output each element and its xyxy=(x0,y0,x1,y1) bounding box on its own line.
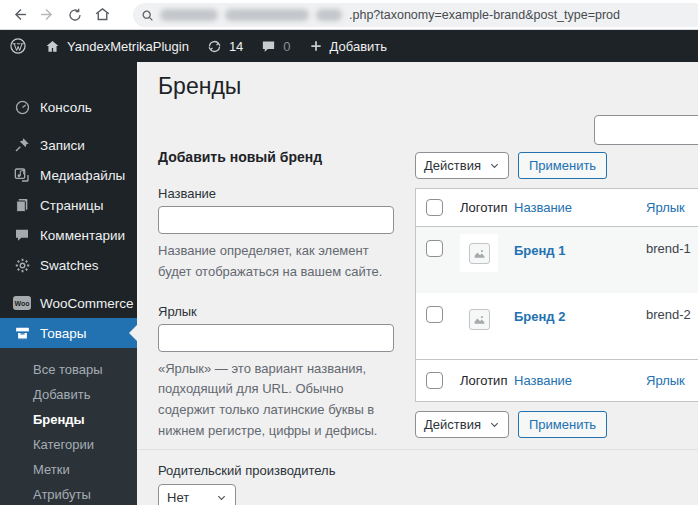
sidebar-separator xyxy=(0,280,137,288)
apply-button[interactable]: Применить xyxy=(518,152,607,179)
sidebar-item-dashboard[interactable]: Консоль xyxy=(0,92,137,122)
brand-slug-cell: brend-2 xyxy=(646,293,698,322)
new-content-menu[interactable]: Добавить xyxy=(300,30,396,62)
back-icon[interactable] xyxy=(11,6,28,23)
column-footer-name[interactable]: Название xyxy=(514,373,646,388)
sidebar-item-woocommerce[interactable]: Woo WooCommerce xyxy=(0,288,137,318)
brands-list: Действия Применить Логотип Название Ярлы… xyxy=(415,152,698,438)
sidebar-item-label: Страницы xyxy=(40,198,103,213)
sidebar-item-label: Комментарии xyxy=(40,228,125,243)
table-header-row: Логотип Название Ярлык xyxy=(416,189,698,227)
bulk-actions-bottom: Действия Применить xyxy=(415,411,698,438)
pin-icon xyxy=(13,137,31,153)
parent-select[interactable]: Нет xyxy=(158,484,236,505)
brand-name-cell: Бренд 2 xyxy=(514,293,646,325)
sidebar-item-posts[interactable]: Записи xyxy=(0,130,137,160)
brand-logo xyxy=(460,300,498,338)
sidebar-item-media[interactable]: Медиафайлы xyxy=(0,160,137,190)
sidebar-item-label: Товары xyxy=(40,326,86,341)
sidebar-item-label: Консоль xyxy=(40,100,92,115)
add-new-label: Добавить xyxy=(330,39,387,54)
address-bar[interactable]: .php?taxonomy=example-brand&post_type=pr… xyxy=(133,3,698,27)
updates-count: 14 xyxy=(229,39,243,54)
dashboard-icon xyxy=(13,99,31,116)
add-brand-form: Добавить новый бренд Название Название о… xyxy=(158,149,394,505)
parent-select-value: Нет xyxy=(167,490,189,505)
submenu-item-brands[interactable]: Бренды xyxy=(0,407,137,432)
submenu-item-attributes[interactable]: Атрибуты xyxy=(0,482,137,505)
forward-icon[interactable] xyxy=(39,6,56,23)
redacted-url-segment xyxy=(316,9,342,21)
redacted-url-segment xyxy=(225,9,309,21)
slug-field-help: «Ярлык» — это вариант названия, подходящ… xyxy=(158,359,394,442)
chevron-down-icon xyxy=(216,492,227,503)
comments-icon xyxy=(13,227,31,243)
gear-icon xyxy=(13,257,31,274)
url-text: .php?taxonomy=example-brand&post_type=pr… xyxy=(349,8,620,22)
column-footer-slug[interactable]: Ярлык xyxy=(646,373,698,388)
select-all-checkbox[interactable] xyxy=(426,372,443,389)
select-all-checkbox[interactable] xyxy=(426,199,443,216)
name-field-help: Название определяет, как элемент будет о… xyxy=(158,241,394,283)
slug-field-label: Ярлык xyxy=(158,304,394,319)
products-icon xyxy=(13,325,31,342)
wp-logo-menu[interactable] xyxy=(0,30,36,62)
search-brands-input[interactable] xyxy=(594,115,698,145)
woocommerce-icon: Woo xyxy=(13,296,31,310)
sidebar-item-products[interactable]: Товары xyxy=(0,318,137,348)
image-placeholder-icon xyxy=(469,309,490,330)
current-menu-notch xyxy=(129,325,137,341)
products-submenu: Все товары Добавить Бренды Категории Мет… xyxy=(0,348,137,505)
image-placeholder-icon xyxy=(469,243,490,264)
submenu-item-all-products[interactable]: Все товары xyxy=(0,357,137,382)
site-menu[interactable]: YandexMetrikaPlugin xyxy=(36,30,198,62)
apply-button[interactable]: Применить xyxy=(518,411,607,438)
sidebar-separator xyxy=(0,122,137,130)
column-header-logo: Логотип xyxy=(460,200,514,215)
sidebar-item-label: WooCommerce xyxy=(40,296,134,311)
sidebar-item-label: Медиафайлы xyxy=(40,168,125,183)
wp-admin-bar: YandexMetrikaPlugin 14 0 Добавить xyxy=(0,30,698,62)
brand-logo xyxy=(460,234,498,272)
table-row: Бренд 2 brend-2 xyxy=(416,293,698,359)
form-heading: Добавить новый бренд xyxy=(158,149,394,165)
submenu-item-categories[interactable]: Категории xyxy=(0,432,137,457)
column-footer-logo: Логотип xyxy=(460,373,514,388)
brand-name-link[interactable]: Бренд 2 xyxy=(514,309,565,324)
row-checkbox[interactable] xyxy=(426,306,443,323)
search-icon xyxy=(141,9,154,22)
table-footer-row: Логотип Название Ярлык xyxy=(416,359,698,401)
submenu-item-tags[interactable]: Метки xyxy=(0,457,137,482)
table-row: Бренд 1 brend-1 xyxy=(416,227,698,293)
bulk-actions-label: Действия xyxy=(424,417,481,432)
updates-menu[interactable]: 14 xyxy=(198,30,252,62)
refresh-icon[interactable] xyxy=(67,7,83,23)
brand-slug-cell: brend-1 xyxy=(646,227,698,256)
row-checkbox[interactable] xyxy=(426,240,443,257)
screen: .php?taxonomy=example-brand&post_type=pr… xyxy=(0,0,698,505)
sidebar-item-pages[interactable]: Страницы xyxy=(0,190,137,220)
comments-menu[interactable]: 0 xyxy=(252,30,299,62)
bulk-actions-label: Действия xyxy=(424,158,481,173)
home-icon[interactable] xyxy=(94,6,111,23)
slug-field[interactable] xyxy=(158,324,394,352)
column-header-slug[interactable]: Ярлык xyxy=(646,200,698,215)
bulk-actions-select[interactable]: Действия xyxy=(415,411,509,438)
column-header-name[interactable]: Название xyxy=(514,200,646,215)
sidebar-item-comments[interactable]: Комментарии xyxy=(0,220,137,250)
parent-field-label: Родительский производитель xyxy=(158,463,394,478)
name-field[interactable] xyxy=(158,206,394,234)
page-title: Бренды xyxy=(158,73,241,100)
redacted-url-segment xyxy=(160,9,218,21)
chevron-down-icon xyxy=(489,419,500,430)
brand-name-link[interactable]: Бренд 1 xyxy=(514,243,565,258)
sidebar-item-label: Записи xyxy=(40,138,85,153)
media-icon xyxy=(13,167,31,183)
plus-icon xyxy=(309,39,323,53)
sidebar-item-swatches[interactable]: Swatches xyxy=(0,250,137,280)
comments-icon xyxy=(261,39,276,54)
submenu-item-add-new[interactable]: Добавить xyxy=(0,382,137,407)
bulk-actions-select[interactable]: Действия xyxy=(415,152,509,179)
main-content: Бренды Добавить новый бренд Название Наз… xyxy=(137,62,698,505)
comments-count: 0 xyxy=(283,39,290,54)
